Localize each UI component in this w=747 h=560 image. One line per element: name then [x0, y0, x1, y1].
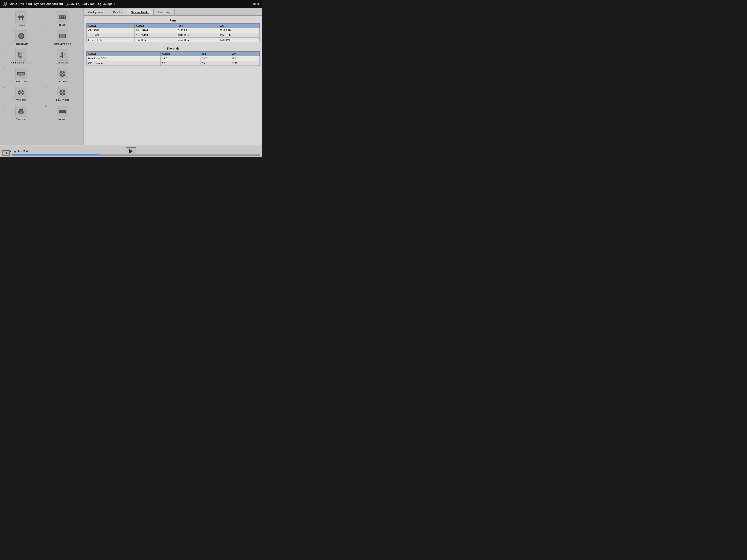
- svg-point-47: [21, 92, 22, 93]
- sidebar-grid: Cables PCIe Bus: [0, 8, 83, 124]
- sidebar-item-cables[interactable]: Cables: [1, 10, 41, 28]
- svg-rect-52: [20, 110, 22, 112]
- help-button[interactable]: Help: [253, 2, 260, 5]
- sidebar-label-topfan: TOP FAN: [17, 99, 26, 102]
- thermals-col-low: Low: [230, 52, 260, 56]
- usb-icon-box: [57, 49, 68, 60]
- svg-rect-26: [19, 57, 22, 58]
- sidebar-item-cpufan[interactable]: ✓ CPU FAN: [42, 66, 83, 84]
- frontfan-icon-box: [57, 87, 68, 98]
- svg-line-4: [3, 5, 4, 6]
- sidebar-label-videocard: Video Card: [16, 80, 27, 83]
- tab-system-health[interactable]: System Health: [127, 9, 154, 15]
- sidebar-item-harddrive[interactable]: ✓ Hard Drive 0-0-0: [42, 29, 83, 47]
- title-bar: ePSA Pre-boot System Assessment (4306.12…: [0, 0, 262, 8]
- videocard-check: ✓: [4, 67, 5, 70]
- svg-rect-71: [65, 110, 65, 112]
- sidebar-item-pcie[interactable]: PCIe Bus: [42, 10, 83, 28]
- progress-bar-fill: [12, 154, 99, 155]
- svg-rect-27: [19, 58, 22, 58]
- svg-rect-28: [19, 53, 20, 55]
- svg-rect-43: [20, 75, 21, 76]
- svg-point-2: [4, 2, 5, 3]
- table-row: Hard Drive 0-0-024 C24 C19 C: [86, 56, 260, 61]
- tab-bar: Configuration Results System Health Even…: [84, 8, 262, 16]
- osboot-icon-box: [15, 49, 27, 60]
- harddrive-icon-box: [57, 30, 68, 42]
- tab-event-log[interactable]: Event Log: [154, 9, 175, 15]
- content-panel: Configuration Results System Health Even…: [84, 8, 262, 145]
- fans-col-current: Current: [134, 24, 176, 28]
- svg-rect-7: [18, 17, 24, 18]
- svg-point-19: [21, 35, 22, 37]
- fans-col-high: High: [176, 24, 218, 28]
- play-icon: [129, 149, 133, 153]
- svg-rect-15: [64, 17, 65, 18]
- topfan-check: ✓: [4, 85, 5, 89]
- main-area: Cables PCIe Bus: [0, 8, 262, 145]
- footer: Thorough Test Mode ◀: [0, 145, 262, 157]
- svg-point-22: [65, 37, 65, 38]
- svg-rect-9: [22, 15, 23, 17]
- processor-check: ✓: [4, 104, 5, 108]
- sidebar-label-processor: Processor: [16, 118, 26, 121]
- sidebar-item-memory[interactable]: ✓ Memor: [42, 104, 83, 122]
- sidebar-item-topfan[interactable]: ✓ TOP FAN: [1, 85, 41, 103]
- table-row: FRONT FAN408 RPM3108 RPM403 RPM: [86, 38, 260, 43]
- tab-results[interactable]: Results: [109, 9, 126, 15]
- svg-rect-11: [22, 18, 23, 20]
- sidebar-item-osboot[interactable]: ✓ OS Boot Path 0-0-0: [1, 48, 41, 65]
- svg-rect-70: [64, 110, 64, 112]
- table-row: CPU FAN5242 RPM5325 RPM5237 RPM: [86, 28, 260, 33]
- svg-rect-29: [20, 53, 22, 54]
- thermals-col-high: High: [200, 52, 230, 56]
- svg-rect-8: [20, 15, 20, 17]
- svg-rect-41: [23, 73, 24, 75]
- usb-check: ✓: [45, 48, 47, 51]
- fans-col-sensor: Sensor: [86, 24, 134, 28]
- svg-point-3: [5, 2, 6, 3]
- sidebar-scroll[interactable]: Cables PCIe Bus: [0, 8, 83, 145]
- svg-rect-30: [20, 54, 22, 54]
- memory-check: ✓: [45, 104, 47, 108]
- svg-rect-13: [60, 17, 61, 18]
- table-row: CPU Thermistor26 C35 C25 C: [86, 61, 260, 66]
- sidebar-item-frontfan[interactable]: ✓ FRONT FAN: [42, 85, 83, 103]
- svg-rect-39: [18, 73, 22, 75]
- svg-rect-37: [60, 56, 62, 57]
- fans-title: Fans: [86, 18, 260, 23]
- sidebar-label-harddrive: Hard Drive 0-0-0: [54, 43, 71, 45]
- alien-logo: [2, 1, 8, 7]
- sidebar-item-processor[interactable]: ✓: [1, 104, 41, 122]
- svg-rect-42: [19, 75, 19, 76]
- svg-point-35: [63, 53, 65, 55]
- topfan-icon-box: [15, 87, 27, 98]
- sidebar-label-osboot: OS Boot Path 0-0-0: [11, 61, 31, 64]
- svg-point-49: [62, 92, 63, 93]
- svg-line-5: [7, 5, 7, 6]
- cables-icon-box: [15, 11, 27, 23]
- osboot-check: ✓: [4, 48, 5, 51]
- speaker-icon-box: [15, 30, 27, 42]
- sidebar-item-speaker[interactable]: Test Speaker: [1, 29, 41, 47]
- svg-point-45: [62, 73, 63, 74]
- sidebar-label-cables: Cables: [18, 24, 25, 26]
- content-body: Fans Sensor Current High Low CPU FAN5242…: [84, 16, 262, 145]
- svg-rect-68: [62, 110, 62, 112]
- svg-rect-66: [59, 110, 60, 112]
- sidebar-label-cpufan: CPU FAN: [57, 80, 67, 83]
- memory-icon-box: [57, 106, 68, 117]
- sidebar-item-videocard[interactable]: ✓ Video Card: [1, 66, 41, 84]
- pcie-icon-box: [57, 11, 68, 23]
- tab-configuration[interactable]: Configuration: [84, 9, 108, 15]
- sidebar-label-memory: Memory: [58, 118, 67, 121]
- svg-point-16: [62, 17, 63, 18]
- svg-rect-40: [22, 73, 23, 75]
- processor-icon-box: [15, 106, 27, 117]
- sidebar-item-usb[interactable]: ✓ USB Devices: [42, 48, 83, 65]
- cpufan-check: ✓: [45, 67, 47, 70]
- svg-rect-10: [20, 18, 20, 20]
- sidebar-label-pcie: PCIe Bus: [58, 24, 67, 26]
- fans-col-low: Low: [218, 24, 260, 28]
- back-button[interactable]: ◀: [2, 150, 10, 156]
